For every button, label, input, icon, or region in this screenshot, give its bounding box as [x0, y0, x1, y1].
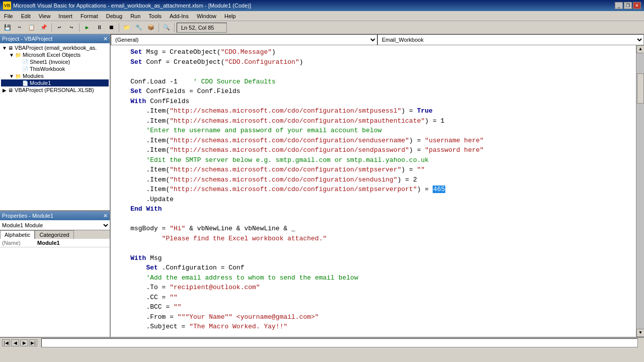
tree-thisworkbook[interactable]: 📄 ThisWorkbook	[1, 65, 109, 72]
toolbar-paste-btn[interactable]: 📌	[38, 23, 49, 33]
properties-content: (Name) Module1	[0, 239, 110, 337]
properties-panel: Properties - Module1 ✕ Module1 Module Al…	[0, 211, 110, 337]
title-bar: VB Microsoft Visual Basic for Applicatio…	[0, 0, 644, 11]
left-panel: Project - VBAProject ✕ ▼ 🖥 VBAProject (e…	[0, 34, 111, 337]
tab-alphabetic[interactable]: Alphabetic	[0, 230, 35, 239]
properties-object-select[interactable]: Module1 Module	[0, 222, 110, 229]
main-layout: Project - VBAProject ✕ ▼ 🖥 VBAProject (e…	[0, 34, 644, 337]
tree-label-personal: VBAProject (PERSONAL.XLSB)	[15, 87, 94, 93]
properties-title: Properties - Module1	[2, 213, 53, 219]
toolbar: 💾 ✂ 📋 📌 ↩ ↪ ▶ ⏸ ⏹ 📁 🔧 📦 🔍 Ln 52, Col 85	[0, 21, 644, 34]
tree-modules[interactable]: ▼ 📁 Modules	[1, 72, 109, 79]
menu-run[interactable]: Run	[126, 11, 144, 21]
tree-sheet1[interactable]: 📄 Sheet1 (Invoice)	[1, 58, 109, 65]
title-controls: _ ❐ ✕	[615, 2, 641, 9]
general-combo[interactable]: (General)	[111, 34, 377, 45]
name-value: Module1	[37, 240, 60, 246]
procedure-combo[interactable]: Email_Workbook	[377, 34, 644, 45]
tree-expander2[interactable]: ▼	[8, 52, 15, 58]
code-content: Set Msg = CreateObject("CDO.Message") Se…	[111, 45, 644, 337]
toolbar-copy-btn[interactable]: 📋	[26, 23, 37, 33]
scroll-down-arrow[interactable]: ▼	[636, 329, 644, 337]
properties-close-icon[interactable]: ✕	[103, 213, 108, 219]
menu-format[interactable]: Format	[76, 11, 102, 21]
tree-vbaproject[interactable]: ▼ 🖥 VBAProject (email_workbook_as.	[1, 44, 109, 51]
combo-bar: (General) Email_Workbook	[111, 34, 644, 45]
scroll-track	[636, 53, 644, 329]
toolbar-object-btn[interactable]: 📦	[145, 23, 156, 33]
title-label: Microsoft Visual Basic for Applications …	[13, 3, 251, 9]
properties-tabs: Alphabetic Categorized	[0, 230, 110, 239]
project-close-icon[interactable]: ✕	[103, 36, 108, 42]
menu-insert[interactable]: Insert	[54, 11, 76, 21]
code-area: (General) Email_Workbook Set Msg = Creat…	[111, 34, 644, 337]
tree-label-thisworkbook: ThisWorkbook	[30, 66, 65, 72]
nav-last-btn[interactable]: ▶|	[29, 339, 37, 346]
project-panel: Project - VBAProject ✕ ▼ 🖥 VBAProject (e…	[0, 34, 110, 211]
toolbar-sep4	[158, 23, 159, 32]
menu-tools[interactable]: Tools	[144, 11, 166, 21]
tree-spacer2	[15, 66, 22, 72]
toolbar-props-btn[interactable]: 🔧	[133, 23, 144, 33]
menu-help[interactable]: Help	[220, 11, 240, 21]
nav-prev-btn[interactable]: ◀	[11, 339, 19, 346]
nav-first-btn[interactable]: |◀	[2, 339, 10, 346]
toolbar-project-btn[interactable]: 📁	[121, 23, 132, 33]
project-panel-title: Project - VBAProject	[2, 36, 52, 42]
vba-icon: VB	[3, 2, 11, 10]
tree-label-excel-objects: Microsoft Excel Objects	[23, 52, 80, 58]
right-vscrollbar[interactable]: ▲ ▼	[636, 45, 644, 337]
properties-header: Properties - Module1 ✕	[0, 211, 110, 220]
status-bar: |◀ ◀ ▶ ▶|	[0, 337, 644, 348]
tree-label-module1: Module1	[30, 80, 51, 86]
toolbar-sep5	[174, 23, 175, 32]
project-panel-header: Project - VBAProject ✕	[0, 34, 110, 43]
project-tree: ▼ 🖥 VBAProject (email_workbook_as. ▼ 📁 M…	[0, 43, 110, 210]
toolbar-find-btn[interactable]: 🔍	[161, 23, 172, 33]
menu-debug[interactable]: Debug	[102, 11, 126, 21]
tab-categorized[interactable]: Categorized	[35, 230, 73, 239]
position-indicator: Ln 52, Col 85	[177, 23, 227, 33]
toolbar-undo-btn[interactable]: ↩	[54, 23, 65, 33]
tree-label-vbaproject: VBAProject (email_workbook_as.	[15, 45, 97, 51]
toolbar-sep3	[119, 23, 119, 32]
toolbar-stop-btn[interactable]: ⏹	[106, 23, 117, 33]
toolbar-redo-btn[interactable]: ↪	[66, 23, 77, 33]
menu-bar: File Edit View Insert Format Debug Run T…	[0, 11, 644, 21]
close-button[interactable]: ✕	[633, 2, 641, 9]
tree-label-modules: Modules	[23, 73, 44, 79]
toolbar-run-btn[interactable]: ▶	[82, 23, 93, 33]
minimize-button[interactable]: _	[615, 2, 623, 9]
toolbar-save-btn[interactable]: 💾	[2, 23, 13, 33]
scroll-thumb[interactable]	[637, 73, 644, 104]
menu-file[interactable]: File	[0, 11, 17, 21]
name-label: (Name)	[2, 240, 37, 246]
restore-button[interactable]: ❐	[624, 2, 632, 9]
code-line-1: Set Msg = CreateObject("CDO.Message") Se…	[115, 48, 484, 330]
tree-module1[interactable]: 📄 Module1	[1, 79, 109, 86]
tab-area[interactable]	[41, 338, 638, 347]
scroll-up-arrow[interactable]: ▲	[636, 45, 644, 53]
menu-view[interactable]: View	[35, 11, 55, 21]
code-editor[interactable]: Set Msg = CreateObject("CDO.Message") Se…	[111, 45, 636, 337]
toolbar-sep2	[79, 23, 79, 32]
bottom-nav: |◀ ◀ ▶ ▶|	[2, 339, 37, 346]
title-text: VB Microsoft Visual Basic for Applicatio…	[3, 2, 251, 10]
tree-expander[interactable]: ▼	[1, 45, 8, 51]
menu-edit[interactable]: Edit	[17, 11, 35, 21]
menu-addins[interactable]: Add-Ins	[166, 11, 193, 21]
properties-dropdown[interactable]: Module1 Module	[0, 220, 110, 230]
tree-expander4[interactable]: ▶	[1, 87, 8, 93]
nav-next-btn[interactable]: ▶	[20, 339, 28, 346]
tree-excel-objects[interactable]: ▼ 📁 Microsoft Excel Objects	[1, 51, 109, 58]
toolbar-cut-btn[interactable]: ✂	[14, 23, 25, 33]
tree-spacer	[15, 59, 22, 65]
tree-spacer3	[15, 80, 22, 86]
tree-label-sheet1: Sheet1 (Invoice)	[30, 59, 70, 65]
toolbar-break-btn[interactable]: ⏸	[94, 23, 105, 33]
tree-expander3[interactable]: ▼	[8, 73, 15, 79]
tree-personal-xlsb[interactable]: ▶ 🖥 VBAProject (PERSONAL.XLSB)	[1, 86, 109, 94]
menu-window[interactable]: Window	[193, 11, 220, 21]
name-row: (Name) Module1	[0, 239, 110, 247]
toolbar-sep1	[51, 23, 52, 32]
